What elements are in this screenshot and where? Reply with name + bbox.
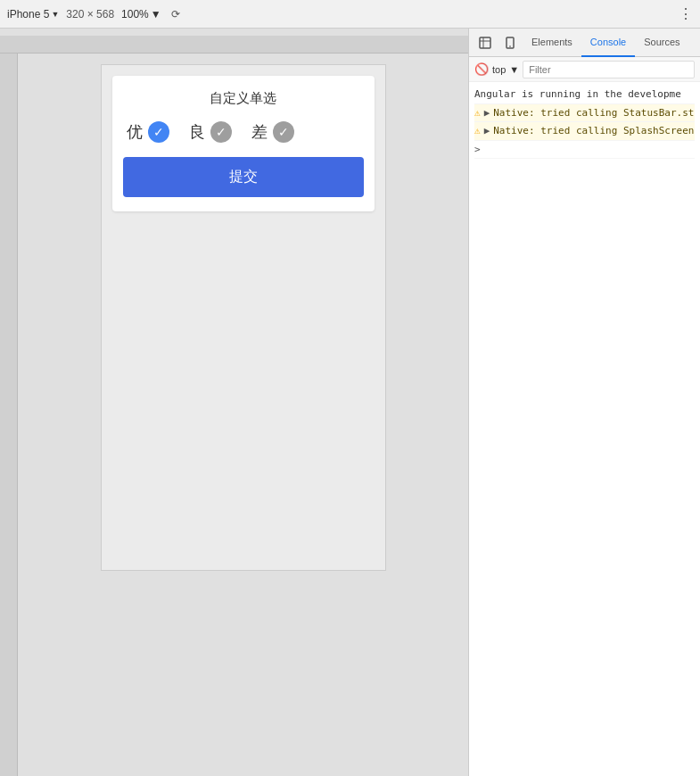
option-you-check: ✓: [148, 121, 169, 143]
console-line-statusbar: ⚠ ▶ Native: tried calling StatusBar.st: [474, 104, 695, 123]
device-emulator-area: 自定义单选 优 ✓: [0, 29, 468, 776]
tab-elements[interactable]: Elements: [523, 29, 581, 57]
console-output: Angular is running in the developme ⚠ ▶ …: [469, 82, 700, 776]
zoom-selector[interactable]: 100% ▼: [121, 8, 161, 21]
phone-screen: 自定义单选 优 ✓: [101, 64, 386, 571]
option-cha-label: 差: [251, 121, 268, 143]
device-dropdown-icon: ▼: [51, 10, 59, 19]
tab-sources[interactable]: Sources: [635, 29, 688, 57]
card: 自定义单选 优 ✓: [112, 76, 375, 211]
rotate-icon[interactable]: ⟳: [169, 7, 183, 21]
expand-arrow-2[interactable]: ▶: [484, 123, 490, 139]
option-cha[interactable]: 差 ✓: [251, 121, 294, 143]
device-selector[interactable]: iPhone 5 ▼: [7, 8, 59, 21]
card-title: 自定义单选: [123, 90, 364, 107]
more-options-icon[interactable]: ⋮: [679, 5, 693, 22]
console-line-splashscreen: ⚠ ▶ Native: tried calling SplashScreen: [474, 122, 695, 141]
option-liang[interactable]: 良 ✓: [189, 121, 232, 143]
ruler-horizontal: [0, 36, 468, 54]
context-selector[interactable]: top ▼: [492, 64, 519, 75]
option-you[interactable]: 优 ✓: [127, 121, 169, 143]
app-content: 自定义单选 优 ✓: [102, 65, 385, 570]
expand-arrow-1[interactable]: ▶: [484, 105, 490, 121]
devtools-panel: Elements Console Sources 🚫 top ▼ Angular…: [468, 29, 700, 776]
inspect-element-icon[interactable]: [473, 30, 498, 55]
submit-button[interactable]: 提交: [123, 157, 364, 197]
option-liang-check: ✓: [210, 121, 232, 143]
ruler-vertical: [0, 54, 18, 776]
console-filter-input[interactable]: [523, 61, 695, 78]
tab-console[interactable]: Console: [581, 29, 635, 57]
option-liang-label: 良: [189, 121, 205, 143]
context-label: top: [492, 64, 506, 75]
warning-icon-2: ⚠: [474, 123, 481, 139]
device-toggle-icon[interactable]: [498, 30, 523, 55]
device-name: iPhone 5: [7, 8, 49, 21]
console-line-angular: Angular is running in the developme: [474, 86, 695, 104]
console-prompt[interactable]: >: [474, 141, 695, 160]
options-row: 优 ✓ 良 ✓: [123, 121, 364, 143]
svg-rect-0: [480, 37, 490, 48]
context-dropdown-icon: ▼: [509, 64, 519, 75]
option-you-label: 优: [127, 121, 143, 143]
warning-icon-1: ⚠: [474, 105, 481, 121]
console-toolbar: 🚫 top ▼: [469, 57, 700, 82]
devtools-tabs-bar: Elements Console Sources: [469, 29, 700, 57]
clear-console-icon[interactable]: 🚫: [474, 62, 489, 76]
devtools-topbar: iPhone 5 ▼ 320 × 568 100% ▼ ⟳ ⋮: [0, 0, 700, 29]
option-cha-check: ✓: [273, 121, 294, 143]
device-dimensions: 320 × 568: [66, 8, 114, 21]
